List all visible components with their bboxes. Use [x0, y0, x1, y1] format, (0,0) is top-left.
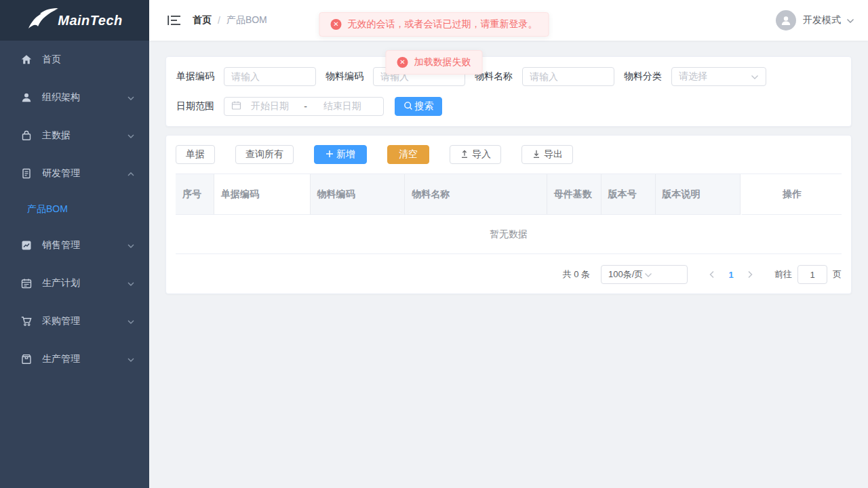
field-label: 日期范围 [176, 100, 214, 113]
doc-button[interactable]: 单据 [176, 145, 215, 164]
logo-swoosh-icon [26, 5, 62, 35]
document-icon [20, 167, 33, 180]
app-logo: MainTech [0, 0, 149, 41]
chevron-down-icon [127, 278, 134, 289]
bag-icon [20, 129, 33, 142]
material-category-select[interactable]: 请选择 [671, 67, 766, 86]
sidebar-item-label: 主数据 [42, 129, 127, 142]
sidebar-item-product-bom[interactable]: 产品BOM [0, 192, 149, 226]
field-label: 物料分类 [624, 70, 662, 83]
plus-icon [326, 149, 334, 160]
bom-table: 序号 单据编码 物料编码 物料名称 母件基数 版本号 版本说明 操作 暂无数据 [176, 174, 842, 254]
error-circle-icon: ✕ [397, 57, 408, 68]
error-circle-icon: ✕ [331, 19, 342, 30]
sidebar-item-label: 首页 [42, 54, 134, 66]
goto-label: 前往 [774, 268, 792, 281]
end-date-placeholder: 结束日期 [323, 100, 376, 113]
column-header-version: 版本号 [601, 174, 656, 215]
table-empty-state: 暂无数据 [176, 215, 842, 254]
doc-code-input[interactable] [224, 67, 316, 86]
box-icon [20, 353, 33, 365]
chevron-down-icon [127, 240, 134, 251]
add-button[interactable]: 新增 [314, 145, 367, 164]
chevron-down-icon [127, 92, 134, 103]
page-unit-label: 页 [833, 268, 842, 281]
clear-button-label: 清空 [399, 148, 418, 161]
sidebar-fold-icon[interactable] [167, 14, 182, 26]
home-icon [20, 54, 33, 66]
column-header-doc-code: 单据编码 [214, 174, 311, 215]
date-range-picker[interactable]: 开始日期 - 结束日期 [224, 97, 384, 116]
table-header-row: 序号 单据编码 物料编码 物料名称 母件基数 版本号 版本说明 操作 [176, 174, 842, 215]
prev-page-icon[interactable] [703, 265, 722, 284]
avatar [776, 10, 796, 30]
query-all-button[interactable]: 查询所有 [235, 145, 294, 164]
calendar-icon [20, 277, 33, 289]
breadcrumb-current: 产品BOM [226, 14, 267, 26]
field-label: 物料编码 [326, 70, 363, 83]
select-placeholder: 请选择 [679, 70, 751, 83]
sidebar-item-label: 研发管理 [42, 167, 127, 180]
breadcrumb-home[interactable]: 首页 [193, 14, 212, 26]
chevron-down-icon [127, 316, 134, 327]
breadcrumb: 首页 / 产品BOM [193, 14, 267, 26]
sidebar-item-rnd[interactable]: 研发管理 [0, 155, 149, 192]
material-name-input[interactable] [522, 67, 614, 86]
goto-page-input[interactable] [797, 265, 827, 284]
pagination-total: 共 0 条 [563, 268, 590, 281]
search-icon [403, 101, 413, 113]
field-label: 单据编码 [176, 70, 214, 83]
breadcrumb-separator: / [218, 15, 220, 26]
sidebar-subitem-label: 产品BOM [27, 203, 68, 216]
column-header-actions: 操作 [741, 174, 842, 215]
cart-icon [20, 315, 33, 327]
toast-message: 加载数据失败 [414, 56, 471, 68]
doc-button-label: 单据 [186, 148, 205, 161]
sidebar-item-label: 采购管理 [42, 315, 127, 327]
sidebar-item-label: 组织架构 [42, 92, 127, 104]
sidebar-item-label: 生产计划 [42, 277, 127, 289]
chevron-down-icon [751, 70, 759, 83]
page-size-value: 100条/页 [608, 268, 644, 281]
sidebar-item-label: 销售管理 [42, 239, 127, 251]
column-header-version-desc: 版本说明 [656, 174, 741, 215]
upload-icon [460, 149, 469, 161]
user-icon [20, 92, 33, 104]
sidebar: MainTech 首页 组织架构 [0, 0, 149, 488]
page-number-current[interactable]: 1 [722, 265, 741, 284]
search-filter-card: 单据编码 物料编码 物料名称 物料分类 请选择 [165, 56, 852, 127]
sidebar-item-sales[interactable]: 销售管理 [0, 226, 149, 264]
sidebar-menu: 首页 组织架构 主数据 [0, 41, 149, 378]
main-content: 单据编码 物料编码 物料名称 物料分类 请选择 [149, 41, 868, 488]
material-name-field [522, 67, 614, 86]
sidebar-item-manufacturing[interactable]: 生产管理 [0, 340, 149, 378]
import-button-label: 导入 [472, 148, 491, 161]
table-card: 单据 查询所有 新增 清空 导入 [165, 135, 852, 294]
app-root: MainTech 首页 组织架构 [0, 0, 868, 488]
sidebar-item-home[interactable]: 首页 [0, 41, 149, 79]
search-button[interactable]: 搜索 [395, 97, 442, 116]
filter-row-1: 单据编码 物料编码 物料名称 物料分类 请选择 [176, 67, 841, 86]
clear-button[interactable]: 清空 [387, 145, 429, 164]
user-label: 开发模式 [803, 14, 841, 26]
calendar-icon [231, 100, 241, 113]
sidebar-item-purchasing[interactable]: 采购管理 [0, 302, 149, 340]
toast-load-failed: ✕ 加载数据失败 [386, 50, 483, 75]
next-page-icon[interactable] [741, 265, 760, 284]
toast-session-invalid: ✕ 无效的会话，或者会话已过期，请重新登录。 [319, 12, 549, 37]
import-button[interactable]: 导入 [450, 145, 501, 164]
chart-icon [20, 239, 33, 251]
page-size-select[interactable]: 100条/页 [601, 265, 688, 284]
sidebar-item-label: 生产管理 [42, 353, 127, 365]
user-menu[interactable]: 开发模式 [776, 10, 854, 30]
filter-row-2: 日期范围 开始日期 - 结束日期 搜索 [176, 97, 841, 116]
chevron-down-icon [127, 130, 134, 141]
chevron-down-icon [127, 354, 134, 365]
sidebar-item-master-data[interactable]: 主数据 [0, 117, 149, 155]
export-button[interactable]: 导出 [521, 145, 573, 164]
export-button-label: 导出 [544, 148, 563, 161]
pagination: 共 0 条 100条/页 1 前往 页 [176, 265, 842, 284]
sidebar-item-org[interactable]: 组织架构 [0, 79, 149, 117]
sidebar-item-production-plan[interactable]: 生产计划 [0, 264, 149, 302]
start-date-placeholder: 开始日期 [251, 100, 304, 113]
